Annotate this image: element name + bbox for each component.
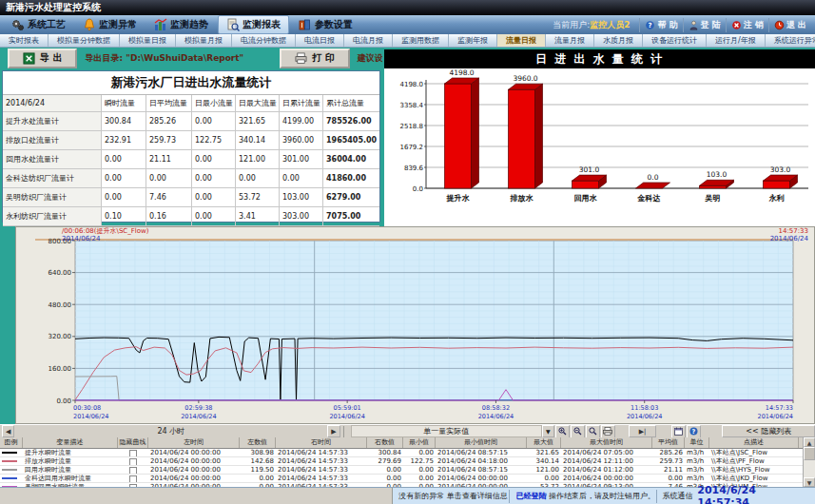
user-button[interactable]: 登 陆 bbox=[683, 18, 726, 32]
svg-text:2014/06/24: 2014/06/24 bbox=[329, 413, 364, 420]
tab-3[interactable]: 模拟量日报 bbox=[120, 34, 176, 47]
detail-column-header[interactable]: 最小值 bbox=[403, 437, 436, 448]
scroll-right-button[interactable]: ▶ bbox=[327, 425, 340, 437]
hide-curve-checkbox[interactable] bbox=[129, 475, 137, 482]
detail-column-header[interactable]: 最大值 bbox=[527, 437, 561, 448]
tab-1[interactable]: 实时报表 bbox=[0, 34, 49, 47]
detail-column-header[interactable]: 最小值时间 bbox=[436, 437, 527, 448]
report-row-value: 0.00 bbox=[280, 169, 323, 187]
detail-cell-min_time: 2014/06/24 04:18:00 bbox=[436, 457, 527, 465]
report-row-value: 21.11 bbox=[146, 150, 192, 168]
detail-cell-max_time: 2014/06/24 12:11:00 bbox=[561, 457, 652, 465]
svg-text:金科达: 金科达 bbox=[637, 194, 661, 203]
detail-column-header[interactable]: 右时间 bbox=[276, 437, 367, 448]
scrollbar-thumb[interactable] bbox=[804, 447, 815, 460]
status-message[interactable]: 没有新的异常 单击查看详细信息 bbox=[393, 491, 509, 501]
tab-10[interactable]: 流量日报 bbox=[497, 34, 546, 47]
report-row-name: 排放口处流量计 bbox=[3, 131, 102, 149]
detail-column-header[interactable]: 图例 bbox=[0, 437, 23, 448]
detail-column-header[interactable]: 左数值 bbox=[240, 437, 276, 448]
menu-item-settings[interactable]: 参数设置 bbox=[291, 16, 360, 33]
tab-6[interactable]: 电流日报 bbox=[296, 34, 344, 47]
exit-button[interactable]: 退 出 bbox=[768, 18, 811, 32]
print-chart-button[interactable] bbox=[601, 425, 615, 438]
report-row-value: 1965405.00 bbox=[323, 131, 378, 149]
svg-text:480.00: 480.00 bbox=[49, 301, 72, 309]
detail-row[interactable]: 金科达回用水瞬时流量2014/06/24 00:00:000.002014/06… bbox=[0, 475, 815, 483]
report-row-value: 0.16 bbox=[146, 207, 192, 225]
menu-item-bell[interactable]: 监测异常 bbox=[75, 16, 145, 33]
calendar-icon[interactable] bbox=[671, 425, 686, 438]
tab-8[interactable]: 监测用数据 bbox=[393, 34, 449, 47]
detail-table-scrollbar[interactable]: ▲ ▼ bbox=[803, 437, 815, 487]
detail-column-header[interactable]: 平均值 bbox=[652, 437, 685, 448]
tab-12[interactable]: 水质月报 bbox=[594, 34, 643, 47]
curve-description: 回用水瞬时流量 bbox=[23, 466, 118, 474]
help-chart-button[interactable]: ? bbox=[687, 425, 701, 438]
svg-text:14:57:33: 14:57:33 bbox=[766, 404, 793, 412]
detail-row[interactable]: 提升水瞬时流量2014/06/24 00:00:00308.982014/06/… bbox=[0, 449, 815, 457]
hide-list-button[interactable]: << 隐藏列表 bbox=[722, 425, 815, 437]
zoom-out-button[interactable] bbox=[571, 425, 585, 438]
report-column-header: 日最大流量 bbox=[236, 95, 280, 111]
tab-15[interactable]: 系统运行异常 bbox=[766, 34, 815, 47]
exit-button-label: 退 出 bbox=[786, 19, 806, 31]
hide-curve-checkbox[interactable] bbox=[129, 450, 137, 456]
report-row-value: 0.00 bbox=[192, 188, 236, 206]
detail-table-body: 提升水瞬时流量2014/06/24 00:00:00308.982014/06/… bbox=[0, 449, 815, 487]
hide-curve-checkbox[interactable] bbox=[129, 467, 137, 474]
detail-row[interactable]: 排放水瞬时流量2014/06/24 00:00:00142.682014/06/… bbox=[0, 457, 815, 466]
detail-cell-l_time: 2014/06/24 00:00:00 bbox=[148, 457, 240, 465]
trend-chart[interactable]: 800.00640.00480.00320.00160.000.0000:30:… bbox=[16, 227, 814, 423]
detail-column-header[interactable]: 变量描述 bbox=[23, 437, 118, 448]
printer-icon bbox=[295, 52, 307, 65]
help-button[interactable]: ?帮 助 bbox=[639, 18, 682, 32]
value-mode-select[interactable]: 单一量实际值 bbox=[351, 425, 542, 437]
menu-item-gears[interactable]: 系统工艺 bbox=[4, 16, 73, 33]
detail-cell-avg: 259.73 bbox=[652, 457, 685, 465]
detail-column-header[interactable]: 单位 bbox=[685, 437, 709, 448]
help-icon: ? bbox=[645, 20, 655, 30]
logout-button[interactable]: 注 销 bbox=[726, 18, 768, 32]
detail-cell-max: 0.00 bbox=[527, 475, 561, 482]
detail-cell-l_val: 119.50 bbox=[240, 466, 276, 474]
svg-text:0.0: 0.0 bbox=[648, 173, 659, 182]
legend-line-swatch bbox=[2, 469, 17, 471]
hide-curve-checkbox[interactable] bbox=[129, 458, 137, 465]
detail-column-header[interactable]: 最大值时间 bbox=[561, 437, 652, 448]
step-forward-button[interactable]: ▶| bbox=[629, 425, 657, 437]
tab-2[interactable]: 模拟量分钟数据 bbox=[49, 34, 120, 47]
detail-cell-avg: 21.11 bbox=[652, 466, 685, 474]
detail-column-header[interactable]: 左时间 bbox=[148, 437, 240, 448]
report-row: 回用水处流量计0.0021.110.00121.00301.0036004.00 bbox=[3, 150, 379, 169]
detail-cell-l_val: 142.68 bbox=[240, 457, 276, 465]
detail-cell-point: \\本站点\PF_Flow bbox=[709, 457, 799, 465]
scroll-left-button[interactable]: ◀ bbox=[2, 425, 14, 437]
zoom-reset-button[interactable] bbox=[586, 425, 600, 438]
detail-column-header[interactable]: 隐藏曲线 bbox=[118, 437, 148, 448]
report-row-value: 301.00 bbox=[280, 150, 323, 168]
report-row-value: 303.00 bbox=[280, 207, 323, 225]
tab-9[interactable]: 监测年报 bbox=[449, 34, 497, 47]
tab-4[interactable]: 模拟量月报 bbox=[176, 34, 232, 47]
report-row-value: 0.00 bbox=[192, 112, 236, 130]
tab-14[interactable]: 运行月/年报 bbox=[707, 34, 766, 47]
print-button[interactable]: 打 印 bbox=[280, 48, 349, 68]
svg-text:0.00: 0.00 bbox=[56, 397, 71, 405]
chevron-down-icon[interactable]: ▼ bbox=[542, 425, 554, 437]
detail-column-header[interactable]: 右数值 bbox=[367, 437, 403, 448]
zoom-in-button[interactable] bbox=[555, 425, 570, 438]
scroll-up-icon[interactable]: ▲ bbox=[804, 437, 815, 447]
tab-5[interactable]: 电流分钟数据 bbox=[232, 34, 296, 47]
detail-cell-max_time: 2014/06/24 07:05:00 bbox=[561, 449, 652, 456]
printer-icon bbox=[295, 52, 307, 65]
tab-11[interactable]: 流量月报 bbox=[546, 34, 594, 47]
menu-item-trend[interactable]: 监测趋势 bbox=[146, 16, 216, 33]
detail-cell-l_val: 308.98 bbox=[240, 449, 276, 456]
tab-7[interactable]: 电流月报 bbox=[344, 34, 393, 47]
detail-row[interactable]: 回用水瞬时流量2014/06/24 00:00:00119.502014/06/… bbox=[0, 466, 815, 475]
menu-item-report[interactable]: 监测报表 bbox=[218, 15, 289, 34]
detail-column-header[interactable]: 点描述 bbox=[709, 437, 799, 448]
tab-13[interactable]: 设备运行统计 bbox=[643, 34, 707, 47]
export-button[interactable]: 导 出 bbox=[8, 48, 77, 68]
